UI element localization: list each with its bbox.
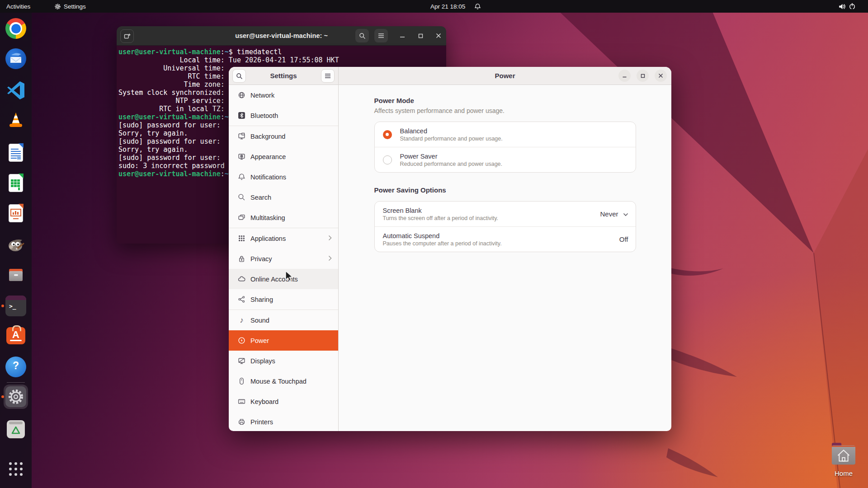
dock-item-terminal[interactable]: >_: [5, 296, 26, 316]
power-icon: [849, 3, 856, 10]
settings-menu-button[interactable]: [321, 69, 335, 83]
app-menu-button[interactable]: Settings: [50, 0, 90, 13]
sidebar-item-search[interactable]: Search: [229, 187, 338, 207]
terminal-menu-button[interactable]: [374, 29, 388, 42]
sharing-icon: [238, 296, 245, 303]
power-saving-heading: Power Saving Options: [374, 186, 636, 194]
sidebar-item-label: Displays: [250, 357, 275, 365]
terminal-maximize-button[interactable]: [414, 29, 427, 42]
vlc-icon: [5, 125, 26, 132]
sidebar-item-mouse-touchpad[interactable]: Mouse & Touchpad: [229, 371, 338, 391]
activities-label: Activities: [6, 3, 30, 10]
screen-blank-row[interactable]: Screen Blank Turns the screen off after …: [375, 202, 636, 226]
sidebar-item-notifications[interactable]: Notifications: [229, 167, 338, 187]
dock-item-help[interactable]: ?: [5, 357, 26, 377]
dock-item-gimp[interactable]: [5, 234, 26, 254]
dock-item-trash[interactable]: [5, 419, 26, 440]
sidebar-item-multitasking[interactable]: Multitasking: [229, 207, 338, 228]
terminal-titlebar[interactable]: user@user-virtual-machine: ~: [117, 26, 446, 46]
power-mode-option-balanced[interactable]: Balanced Standard performance and power …: [375, 122, 636, 147]
automatic-suspend-row[interactable]: Automatic Suspend Pauses the computer af…: [375, 226, 636, 252]
dock-item-chrome[interactable]: [5, 18, 26, 39]
sidebar-item-appearance[interactable]: Appearance: [229, 146, 338, 167]
sidebar-item-label: Search: [250, 194, 271, 201]
home-shortcut[interactable]: Home: [827, 442, 860, 477]
radio-unselected-icon[interactable]: [383, 155, 392, 164]
option-description: Standard performance and power usage.: [400, 136, 503, 142]
sidebar-item-sound[interactable]: ♪ Sound: [229, 310, 338, 330]
combo-value: Never: [600, 210, 618, 218]
row-description: Pauses the computer after a period of in…: [383, 240, 502, 247]
dock-item-thunderbird[interactable]: [5, 48, 26, 69]
sidebar-item-online-accounts[interactable]: Online Accounts: [229, 269, 338, 289]
notification-bell-icon: [474, 3, 481, 10]
power-mode-option-power-saver[interactable]: Power Saver Reduced performance and powe…: [375, 147, 636, 172]
sidebar-item-displays[interactable]: Displays: [229, 351, 338, 371]
sidebar-item-network[interactable]: Network: [229, 85, 338, 105]
system-status-area[interactable]: [835, 0, 859, 13]
settings-running-indicator: [1, 395, 4, 398]
activities-button[interactable]: Activities: [2, 0, 35, 13]
dock-item-libreoffice-calc[interactable]: [5, 173, 26, 193]
sidebar-item-label: Bluetooth: [250, 112, 278, 119]
sidebar-item-keyboard[interactable]: Keyboard: [229, 391, 338, 412]
sidebar-item-label: Multitasking: [250, 214, 285, 221]
chevron-right-icon: [328, 235, 332, 242]
dock-item-vscode[interactable]: [5, 79, 26, 100]
option-description: Reduced performance and power usage.: [400, 161, 503, 167]
notifications-bell-icon: [238, 173, 245, 181]
sidebar-header[interactable]: Settings: [229, 67, 338, 85]
terminal-search-button[interactable]: [355, 29, 369, 42]
terminal-close-button[interactable]: [432, 29, 445, 42]
row-description: Turns the screen off after a period of i…: [383, 215, 498, 221]
screen-blank-value[interactable]: Never: [600, 210, 628, 218]
chevron-right-icon: [328, 255, 332, 263]
desktop: Activities Settings Apr 21 18:05: [0, 0, 868, 488]
sidebar-item-applications[interactable]: Applications: [229, 228, 338, 249]
sidebar-item-label: Mouse & Touchpad: [250, 378, 307, 385]
top-bar: Activities Settings Apr 21 18:05: [0, 0, 868, 13]
app-grid-icon: [5, 473, 26, 481]
dock-item-files[interactable]: [5, 264, 26, 285]
displays-icon: [238, 357, 245, 365]
row-label: Automatic Suspend: [383, 232, 502, 239]
terminal-minimize-button[interactable]: [396, 29, 409, 42]
dock-item-libreoffice-impress[interactable]: [5, 203, 26, 224]
sidebar-item-label: Power: [250, 337, 269, 344]
power-panel-content: Power Mode Affects system performance an…: [339, 85, 671, 252]
show-applications-button[interactable]: [5, 459, 26, 479]
terminal-line: Local time: Tue 2026-04-21 17:55:08 HKT: [118, 56, 446, 64]
sidebar-item-label: Notifications: [250, 174, 286, 181]
dock-item-libreoffice-writer[interactable]: [5, 142, 26, 163]
clock-label: Apr 21 18:05: [430, 3, 465, 10]
home-label: Home: [827, 469, 860, 477]
settings-window: Settings Network Bluetooth Background A: [229, 67, 671, 431]
mouse-icon: [238, 377, 245, 385]
power-panel-header[interactable]: Power: [339, 67, 671, 85]
dock-item-vlc[interactable]: [5, 110, 26, 131]
sidebar-item-label: Keyboard: [250, 398, 278, 405]
printer-icon: [238, 418, 245, 426]
sound-note-icon: ♪: [238, 316, 245, 324]
sidebar-item-label: Printers: [250, 418, 273, 426]
sidebar-item-power[interactable]: Power: [229, 330, 338, 351]
sidebar-item-sharing[interactable]: Sharing: [229, 289, 338, 310]
window-maximize-button[interactable]: [637, 70, 649, 82]
radio-selected-icon[interactable]: [383, 130, 392, 139]
sidebar-item-printers[interactable]: Printers: [229, 412, 338, 431]
keyboard-icon: [238, 398, 245, 405]
vscode-icon: [5, 94, 26, 101]
sidebar-item-label: Privacy: [250, 255, 272, 263]
window-minimize-button[interactable]: [618, 70, 631, 82]
sidebar-item-background[interactable]: Background: [229, 126, 338, 146]
clock-button[interactable]: Apr 21 18:05: [426, 0, 486, 13]
sidebar-item-privacy[interactable]: Privacy: [229, 249, 338, 269]
dock-item-settings[interactable]: [5, 386, 26, 407]
settings-sidebar: Settings Network Bluetooth Background A: [229, 67, 339, 431]
sidebar-item-bluetooth[interactable]: Bluetooth: [229, 105, 338, 126]
thunderbird-icon: [5, 48, 26, 69]
applications-grid-icon: [238, 235, 245, 242]
dock-item-ubuntu-software[interactable]: A: [5, 325, 26, 346]
background-icon: [238, 132, 245, 140]
window-close-button[interactable]: [655, 70, 667, 82]
